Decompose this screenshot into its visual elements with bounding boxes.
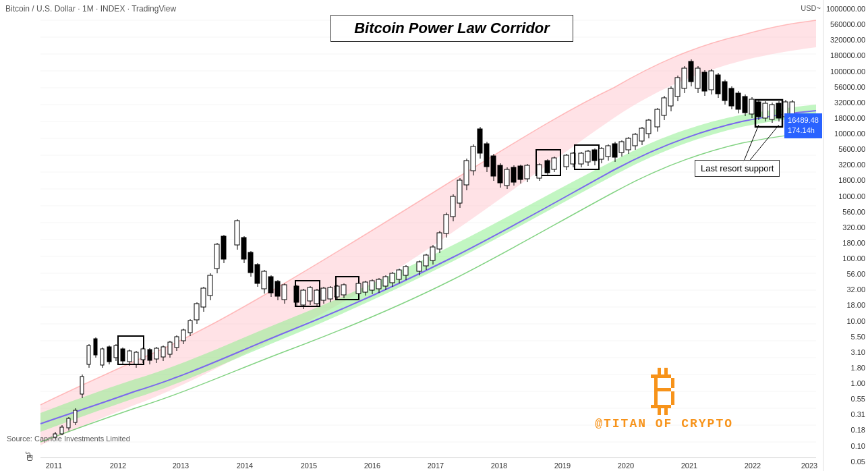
svg-rect-99	[301, 290, 306, 305]
svg-text:2015: 2015	[301, 462, 317, 470]
y-label-0p18: 0.18	[826, 426, 865, 434]
svg-rect-191	[626, 138, 631, 150]
y-label-56000: 56000.00	[826, 84, 865, 91]
y-label-180000: 180000.00	[826, 52, 865, 59]
svg-rect-112	[341, 285, 346, 295]
svg-text:2021: 2021	[681, 462, 697, 470]
svg-rect-181	[592, 150, 597, 161]
titan-logo: ₿ @TITAN OF CRYPTO	[595, 363, 733, 431]
svg-rect-211	[695, 68, 700, 88]
svg-text:2011: 2011	[46, 462, 62, 470]
svg-rect-129	[403, 267, 408, 275]
svg-rect-69	[188, 321, 192, 333]
svg-rect-227	[749, 99, 754, 114]
svg-rect-61	[161, 347, 165, 357]
svg-rect-166	[537, 165, 542, 178]
y-label-560000: 560000.00	[826, 21, 865, 28]
svg-text:2012: 2012	[110, 462, 126, 470]
svg-rect-135	[430, 247, 435, 260]
svg-text:2013: 2013	[173, 462, 189, 470]
svg-rect-172	[564, 155, 569, 167]
y-label-100: 100.00	[826, 255, 865, 262]
svg-text:2023: 2023	[801, 462, 817, 470]
svg-rect-185	[606, 146, 610, 157]
svg-rect-55	[141, 349, 145, 360]
svg-text:2014: 2014	[237, 462, 253, 470]
y-label-100000: 100000.00	[826, 68, 865, 76]
svg-rect-79	[221, 236, 226, 259]
svg-rect-104	[314, 290, 319, 304]
svg-text:2018: 2018	[491, 462, 507, 470]
chart-container: Bitcoin / U.S. Dollar · 1M · INDEX · Tra…	[0, 0, 868, 471]
svg-rect-151	[484, 144, 489, 167]
chart-header: Bitcoin / U.S. Dollar · 1M · INDEX · Tra…	[5, 4, 176, 13]
svg-rect-179	[585, 151, 590, 162]
svg-rect-153	[491, 156, 496, 176]
price-badge: 16489.48 174.14h	[784, 113, 822, 138]
svg-rect-201	[662, 98, 666, 115]
svg-rect-225	[743, 96, 747, 113]
y-label-1p8: 1.80	[826, 364, 865, 372]
last-resort-label: Last resort support	[701, 163, 774, 173]
svg-rect-145	[464, 161, 469, 185]
svg-rect-234	[770, 105, 774, 119]
svg-rect-213	[702, 72, 707, 91]
svg-rect-108	[328, 287, 332, 299]
svg-rect-195	[639, 128, 644, 141]
y-label-0p31: 0.31	[826, 411, 865, 418]
svg-rect-155	[498, 165, 502, 183]
chart-title-box: Bitcoin Power Law Corridor	[330, 15, 573, 42]
svg-rect-139	[444, 215, 449, 233]
svg-rect-117	[363, 282, 368, 292]
svg-rect-32	[67, 418, 70, 428]
svg-rect-164	[525, 165, 529, 179]
svg-rect-177	[579, 153, 583, 164]
svg-rect-67	[181, 330, 185, 341]
svg-rect-119	[370, 281, 374, 290]
svg-rect-123	[383, 277, 388, 286]
svg-rect-65	[175, 337, 179, 348]
svg-rect-71	[194, 304, 199, 320]
svg-rect-125	[390, 273, 395, 283]
svg-rect-209	[689, 61, 693, 82]
svg-rect-143	[457, 180, 462, 203]
svg-text:2019: 2019	[554, 462, 571, 470]
svg-rect-133	[424, 255, 428, 266]
svg-rect-57	[148, 350, 152, 360]
svg-rect-102	[308, 287, 312, 301]
y-label-0p55: 0.55	[826, 395, 865, 403]
svg-rect-199	[655, 109, 660, 127]
svg-rect-170	[552, 158, 556, 169]
svg-rect-189	[619, 142, 624, 153]
svg-rect-168	[545, 161, 550, 173]
svg-rect-36	[80, 377, 84, 394]
svg-rect-44	[107, 347, 111, 362]
y-label-1000: 1000.00	[826, 193, 865, 200]
y-axis: 1000000.00 560000.00 320000.00 180000.00…	[823, 0, 868, 471]
svg-rect-219	[722, 82, 727, 101]
svg-rect-147	[471, 146, 475, 171]
svg-rect-30	[60, 427, 63, 434]
svg-rect-197	[646, 120, 651, 134]
y-label-18: 18.00	[826, 302, 865, 309]
price-sub: 174.14h	[788, 126, 819, 136]
svg-rect-95	[282, 285, 287, 300]
svg-rect-85	[248, 252, 253, 273]
svg-rect-93	[275, 281, 280, 296]
y-label-5p5: 5.50	[826, 333, 865, 341]
y-label-10000: 10000.00	[826, 130, 865, 138]
svg-rect-40	[94, 339, 97, 355]
y-label-320000: 320000.00	[826, 36, 865, 44]
svg-rect-77	[214, 244, 219, 269]
svg-rect-59	[154, 348, 158, 359]
y-label-3200: 3200.00	[826, 161, 865, 169]
y-label-320: 320.00	[826, 224, 865, 231]
svg-rect-63	[168, 342, 172, 354]
svg-rect-81	[235, 221, 239, 245]
y-label-1: 1.00	[826, 380, 865, 387]
y-label-560: 560.00	[826, 209, 865, 216]
svg-rect-34	[74, 410, 77, 422]
svg-rect-236	[776, 103, 781, 118]
svg-rect-229	[756, 102, 761, 117]
y-label-180: 180.00	[826, 240, 865, 247]
